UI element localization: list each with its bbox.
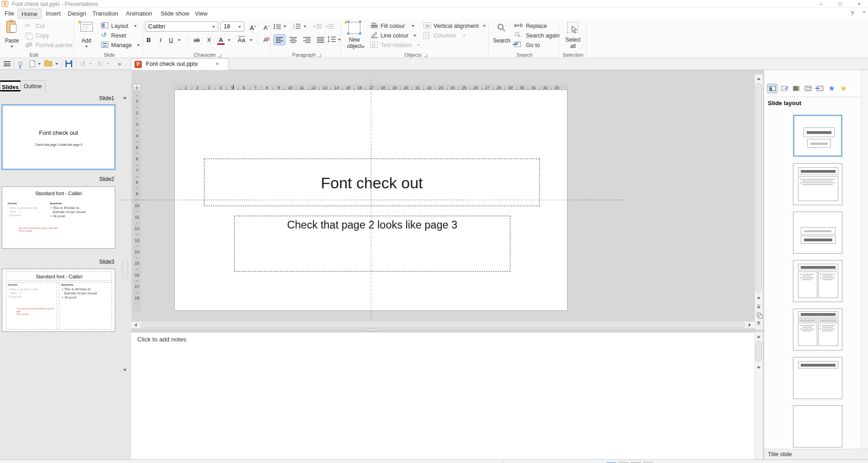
menu-slide-show[interactable]: Slide show xyxy=(157,9,193,19)
grow-font-button[interactable]: A+ xyxy=(247,21,259,32)
notes-pane[interactable]: Click to add notes xyxy=(131,332,755,459)
line-spacing-button[interactable] xyxy=(327,36,336,44)
canvas-scroll-up-icon[interactable] xyxy=(755,75,763,82)
sidebar-slide-layout-icon[interactable] xyxy=(767,84,777,93)
touch-mode-icon[interactable] xyxy=(15,58,25,69)
menu-design[interactable]: Design xyxy=(64,9,90,19)
bold-button[interactable]: B xyxy=(143,35,154,46)
replace-button[interactable]: Replace xyxy=(526,22,547,30)
align-justify-button[interactable] xyxy=(315,34,327,45)
menu-file[interactable]: File xyxy=(1,9,18,19)
menu-insert[interactable]: Insert xyxy=(42,9,64,19)
paste-dropdown-icon[interactable] xyxy=(11,46,13,48)
canvas-scrollbar-thumb[interactable] xyxy=(755,83,762,293)
numbered-list-button[interactable]: 123 xyxy=(293,23,301,31)
vertical-ruler[interactable]: 123456789101112131415161718 xyxy=(133,90,141,311)
font-name-dropdown-icon[interactable] xyxy=(212,26,215,28)
canvas-scroll-down-icon[interactable] xyxy=(755,295,763,302)
save-icon[interactable] xyxy=(64,58,74,69)
underline-button[interactable]: U xyxy=(166,35,176,46)
font-color-button[interactable]: A xyxy=(216,35,226,46)
new-object-dropdown-icon[interactable] xyxy=(362,46,364,48)
slide-thumbnail-2[interactable]: Standard font - Calibri First font • Thi… xyxy=(2,186,115,249)
subtitle-placeholder[interactable]: Check that page 2 looks like page 3 xyxy=(234,216,510,271)
layout-thumbnail-two-content-caption[interactable] xyxy=(793,309,842,351)
line-colour-button[interactable]: Line colour xyxy=(380,32,408,40)
format-painter-button[interactable]: Format painter xyxy=(36,41,73,49)
hamburger-menu-icon[interactable] xyxy=(2,58,12,69)
underline-dropdown-icon[interactable] xyxy=(178,39,181,41)
align-left-button[interactable] xyxy=(273,34,285,45)
scroll-to-bottom-icon[interactable] xyxy=(755,320,763,327)
vertical-guide[interactable] xyxy=(371,78,371,325)
vertical-alignment-dropdown-icon[interactable] xyxy=(483,25,486,27)
font-size-dropdown-icon[interactable] xyxy=(238,26,241,28)
layout-button[interactable]: Layout xyxy=(111,22,129,30)
slide-thumbnail-3[interactable]: Standard font - Calibri First font • Thi… xyxy=(2,269,115,332)
notes-scroll-up-icon[interactable] xyxy=(755,333,763,340)
layout-thumbnail-two-content[interactable] xyxy=(793,260,842,302)
slides-scroll-up-icon[interactable] xyxy=(121,94,129,101)
character-dialog-launcher-icon[interactable] xyxy=(218,54,221,57)
menu-home[interactable]: Home xyxy=(17,9,42,19)
open-folder-icon[interactable] xyxy=(43,58,53,69)
columns-button[interactable]: Columns xyxy=(434,32,456,40)
align-center-button[interactable] xyxy=(287,34,299,45)
toolbar-overflow-icon[interactable]: » xyxy=(115,58,123,69)
italic-button[interactable]: I xyxy=(156,35,165,46)
font-name-combo[interactable]: Calibri xyxy=(145,21,218,32)
bullet-list-button[interactable] xyxy=(273,23,281,32)
strikethrough-button[interactable]: ab xyxy=(190,35,203,46)
layout-thumbnail-title-only[interactable] xyxy=(793,357,842,399)
menu-transition[interactable]: Transition xyxy=(89,9,122,19)
paragraph-dialog-launcher-icon[interactable] xyxy=(318,54,321,57)
bullet-list-dropdown-icon[interactable] xyxy=(284,26,286,27)
sidebar-colour-scheme-icon[interactable] xyxy=(791,84,801,93)
undo-icon[interactable]: ↺ xyxy=(79,58,87,69)
manage-dropdown-icon[interactable] xyxy=(137,44,140,46)
sidebar-background-icon[interactable] xyxy=(803,84,813,93)
decrease-indent-icon[interactable] xyxy=(326,23,334,32)
notes-scrollbar-thumb[interactable] xyxy=(755,341,762,362)
open-dropdown-icon[interactable] xyxy=(54,58,59,69)
fill-colour-dropdown-icon[interactable] xyxy=(412,25,414,27)
line-spacing-dropdown-icon[interactable] xyxy=(338,39,341,41)
tab-outline[interactable]: Outline xyxy=(21,80,45,91)
columns-dropdown-icon[interactable] xyxy=(463,35,466,37)
tab-close-icon[interactable]: × xyxy=(215,60,219,67)
layout-thumbnail-title-subtitle[interactable] xyxy=(793,115,842,157)
sidebar-transition-icon[interactable] xyxy=(814,84,825,93)
sidebar-master-edit-icon[interactable] xyxy=(779,84,789,93)
maximize-button[interactable]: ▢ xyxy=(831,0,849,8)
canvas-h-scrollbar-thumb[interactable] xyxy=(140,323,745,328)
slide-thumbnail-1[interactable]: Font check out Check that page 2 looks l… xyxy=(1,104,116,170)
notes-splitter-handle[interactable] xyxy=(365,329,379,331)
browse-slides-icon[interactable] xyxy=(755,311,763,318)
layout-dropdown-icon[interactable] xyxy=(134,25,137,27)
notes-scroll-down-icon[interactable] xyxy=(755,364,763,371)
add-dropdown-icon[interactable] xyxy=(85,46,88,48)
slides-scrollbar-thumb[interactable] xyxy=(122,260,128,280)
document-tab[interactable]: P Font check out.pptx × xyxy=(131,58,229,70)
tab-slides[interactable]: Slides xyxy=(0,80,21,91)
subscript-button[interactable]: X xyxy=(204,35,214,46)
menu-animation[interactable]: Animation xyxy=(122,9,156,19)
font-color-dropdown-icon[interactable] xyxy=(228,39,230,41)
layout-thumbnail-blank[interactable] xyxy=(793,405,842,447)
line-colour-dropdown-icon[interactable] xyxy=(413,35,416,37)
copy-button[interactable]: Copy xyxy=(36,32,49,40)
increase-indent-icon[interactable] xyxy=(314,23,322,32)
redo-icon[interactable]: ↻ xyxy=(96,58,104,69)
canvas-scroll-left-icon[interactable] xyxy=(132,322,139,328)
minimize-button[interactable]: – xyxy=(812,0,830,8)
collapse-ribbon-icon[interactable]: ⌃ xyxy=(858,9,868,19)
sidebar-effects-star-icon[interactable]: ★ xyxy=(838,84,849,93)
slides-scroll-down-icon[interactable] xyxy=(121,366,129,373)
title-placeholder[interactable]: Font check out xyxy=(204,159,540,206)
text-rotation-button[interactable]: Text rotation xyxy=(380,41,412,49)
canvas-scroll-right-icon[interactable] xyxy=(746,322,753,328)
scroll-to-top-icon[interactable] xyxy=(755,303,763,310)
change-case-dropdown-icon[interactable] xyxy=(250,39,252,41)
numbered-list-dropdown-icon[interactable] xyxy=(304,26,306,27)
text-rotation-dropdown-icon[interactable] xyxy=(417,44,420,46)
